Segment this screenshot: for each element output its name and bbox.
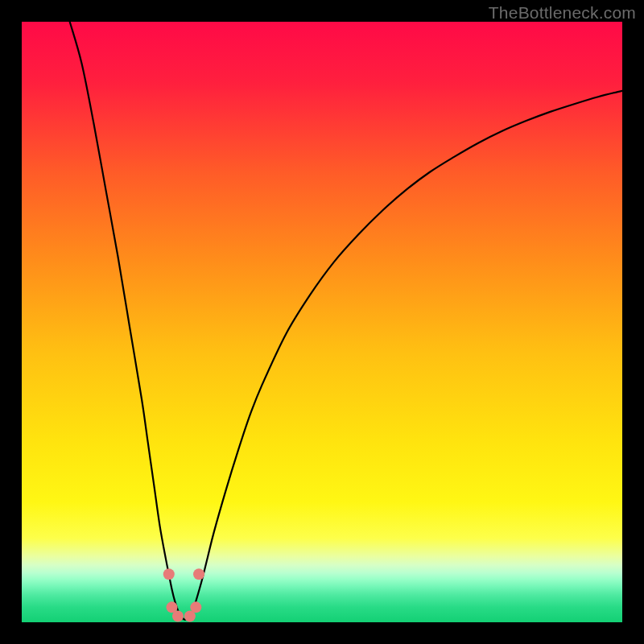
bottleneck-chart (22, 22, 622, 622)
chart-background (22, 22, 622, 622)
valley-marker-dot (163, 568, 175, 580)
valley-marker-dot (193, 568, 204, 580)
watermark-text: TheBottleneck.com (489, 3, 636, 23)
valley-marker-dot (172, 611, 184, 622)
valley-marker-dot (190, 601, 201, 613)
chart-frame (22, 22, 622, 622)
